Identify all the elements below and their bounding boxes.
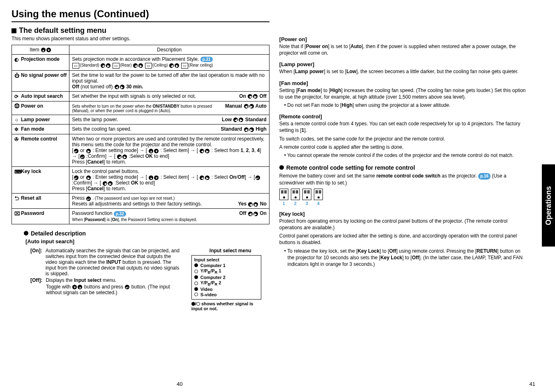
off-sub-description: Toggle with buttons and press button. (T… bbox=[30, 284, 183, 295]
remote-control-text: Sets a remote control code from 4 types.… bbox=[279, 120, 527, 134]
settings-table: Item Description ◐Projection mode Sets p… bbox=[12, 45, 269, 224]
row-no-signal-label: ⏻No signal power off bbox=[12, 70, 69, 91]
down-icon bbox=[154, 149, 159, 153]
input-item: Computer 2 bbox=[200, 275, 226, 280]
enter-icon bbox=[80, 154, 85, 159]
row-projection-mode-label: ◐Projection mode bbox=[12, 55, 69, 71]
switch-numbers: 1 2 3 4 bbox=[279, 201, 527, 206]
on-label: [On]: bbox=[30, 248, 42, 277]
right-icon bbox=[175, 63, 179, 68]
row-key-lock-desc: Lock the control panel buttons. [ or : E… bbox=[69, 167, 269, 194]
right-icon bbox=[205, 149, 210, 153]
lamp-power-text: When [Lamp power] is set to [Low], the s… bbox=[279, 68, 527, 75]
key-lock-text-2: Control panel operations are locked afte… bbox=[279, 233, 527, 246]
row-password-label: ⌧Password bbox=[12, 209, 69, 224]
projection-mode-icon: ◐ bbox=[14, 57, 20, 62]
left-icon bbox=[117, 154, 122, 159]
page-number-right: 41 bbox=[530, 381, 535, 387]
fan-mode-text: Setting [Fan mode] to [High] increases t… bbox=[279, 87, 527, 100]
key-lock-list: To release the key lock, set the [Key Lo… bbox=[279, 248, 527, 268]
right-icon bbox=[120, 85, 124, 89]
row-remote-control-desc: When two or more projectors are used and… bbox=[69, 134, 269, 167]
input-item: Y/PB/PR 2 bbox=[200, 280, 221, 286]
no-signal-icon: ⏻ bbox=[14, 73, 20, 78]
key-lock-note: To release the key lock, set the [Key Lo… bbox=[284, 248, 527, 268]
proj-rear-icon: ▭ bbox=[113, 63, 120, 69]
page-number-left: 40 bbox=[177, 381, 182, 387]
switch-num: 4 bbox=[314, 201, 323, 206]
left-icon bbox=[115, 85, 119, 89]
remote-control-note: You cannot operate the remote control if… bbox=[284, 152, 527, 159]
right-icon bbox=[86, 149, 91, 153]
reset-icon: ⮌ bbox=[14, 196, 20, 201]
power-on-icon: ⏼ bbox=[14, 103, 20, 109]
remote-control-text-3: A remote control code is applied after t… bbox=[279, 144, 527, 150]
enter-icon bbox=[74, 149, 78, 153]
right-icon bbox=[122, 154, 127, 159]
section-heading-text: The default setting menu bbox=[19, 26, 106, 35]
switch-num: 2 bbox=[291, 201, 300, 206]
page-ref: p.32 bbox=[114, 211, 126, 217]
left-icon bbox=[133, 63, 138, 68]
left-icon bbox=[244, 127, 249, 132]
divider bbox=[12, 21, 269, 22]
signal-off-icon bbox=[196, 302, 200, 306]
right-icon bbox=[253, 94, 258, 99]
off-description: Displays the Input select menu. bbox=[46, 277, 116, 283]
lamp-icon: ☼ bbox=[14, 117, 20, 122]
left-icon bbox=[248, 202, 253, 207]
key-lock-heading: [Key lock] bbox=[279, 211, 527, 217]
row-key-lock-label: ⌨Key lock bbox=[12, 167, 69, 194]
col-item-header: Item bbox=[12, 45, 69, 55]
up-icon bbox=[149, 175, 153, 180]
input-item: Computer 1 bbox=[200, 263, 226, 268]
right-icon bbox=[253, 212, 258, 216]
up-icon bbox=[149, 149, 153, 153]
right-icon bbox=[86, 175, 91, 180]
square-bullet-icon bbox=[12, 28, 16, 33]
enter-icon bbox=[74, 175, 78, 180]
side-tab: Operations bbox=[542, 164, 555, 247]
page-title: Using the menus (Continued) bbox=[12, 8, 269, 20]
down-icon bbox=[72, 285, 77, 289]
page-ref: p.16 bbox=[478, 173, 491, 180]
input-select-menu-title: Input select menu bbox=[191, 248, 269, 254]
input-select-header: Input select bbox=[194, 257, 258, 262]
left-icon bbox=[233, 118, 238, 122]
proj-ceiling-icon: ▭ bbox=[145, 63, 152, 69]
proj-rear-ceiling-icon: ▭ bbox=[181, 63, 188, 69]
switch-icon bbox=[279, 189, 288, 200]
signal-on-icon bbox=[191, 302, 195, 306]
auto-input-search-heading: [Auto input search] bbox=[25, 238, 269, 244]
signal-off-icon bbox=[194, 270, 198, 273]
right-icon bbox=[249, 127, 254, 132]
key-lock-text-1: Protect from operating errors by locking… bbox=[279, 218, 527, 231]
switch-icon bbox=[302, 189, 311, 200]
remote-control-text-2: To switch codes, set the same code for t… bbox=[279, 136, 527, 142]
input-signal-note: / shows whether signal is input or not. bbox=[191, 301, 265, 311]
fan-mode-heading: [Fan mode] bbox=[279, 80, 527, 86]
signal-on-icon bbox=[194, 287, 198, 291]
left-icon bbox=[248, 94, 252, 99]
switch-icon bbox=[314, 189, 323, 200]
input-item: Y/PB/PR 1 bbox=[200, 268, 221, 274]
left-icon bbox=[200, 175, 204, 180]
remote-switch-diagram bbox=[279, 189, 527, 200]
switch-num: 1 bbox=[279, 201, 288, 206]
row-password-desc: Password function p.32 Off On When [Pass… bbox=[69, 209, 269, 224]
fan-mode-list: Do not set Fan mode to [High] when using… bbox=[279, 102, 527, 108]
key-lock-icon: ⌨ bbox=[14, 169, 20, 175]
auto-input-icon: ⟳ bbox=[14, 94, 20, 99]
input-item: Video bbox=[200, 287, 213, 292]
fan-mode-note: Do not set Fan mode to [High] when using… bbox=[284, 102, 527, 108]
remote-control-heading: [Remote control] bbox=[279, 113, 527, 120]
up-icon bbox=[78, 285, 82, 289]
section-heading: The default setting menu bbox=[12, 26, 269, 35]
power-on-heading: [Power on] bbox=[279, 36, 527, 42]
row-lamp-power-desc: Sets the lamp power. Low Standard bbox=[69, 115, 269, 125]
row-auto-input-label: ⟳Auto input search bbox=[12, 91, 69, 101]
left-icon bbox=[169, 63, 174, 68]
on-description: Automatically searches the signals that … bbox=[46, 248, 183, 277]
signal-off-icon bbox=[194, 281, 198, 285]
row-reset-all-label: ⮌Reset all bbox=[12, 194, 69, 209]
